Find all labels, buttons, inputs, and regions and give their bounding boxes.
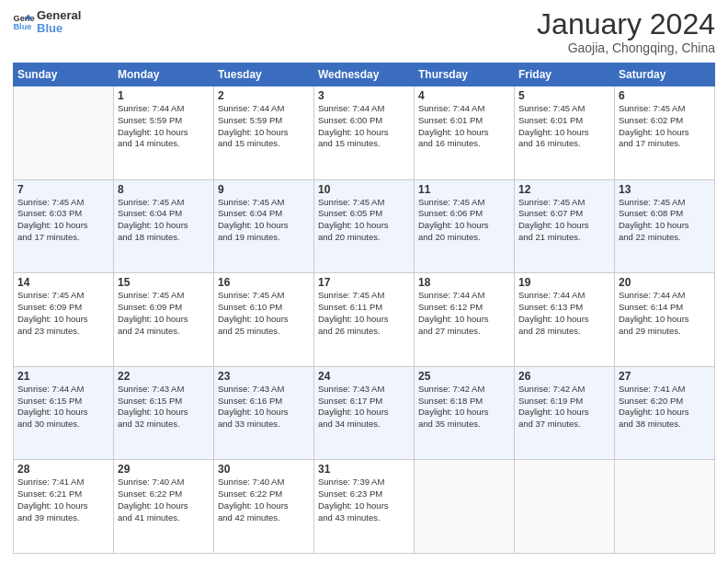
day-info: Sunrise: 7:44 AM Sunset: 6:01 PM Dayligh… bbox=[418, 103, 510, 150]
day-cell: 7Sunrise: 7:45 AM Sunset: 6:03 PM Daylig… bbox=[14, 179, 114, 273]
day-cell: 26Sunrise: 7:42 AM Sunset: 6:19 PM Dayli… bbox=[515, 366, 615, 460]
day-cell: 11Sunrise: 7:45 AM Sunset: 6:06 PM Dayli… bbox=[415, 179, 515, 273]
day-cell: 24Sunrise: 7:43 AM Sunset: 6:17 PM Dayli… bbox=[314, 366, 415, 460]
day-info: Sunrise: 7:45 AM Sunset: 6:04 PM Dayligh… bbox=[118, 197, 210, 244]
day-number: 16 bbox=[218, 276, 310, 289]
logo-icon: General Blue bbox=[13, 13, 35, 31]
logo-line2: Blue bbox=[37, 22, 81, 35]
day-number: 28 bbox=[17, 463, 109, 476]
header-row: SundayMondayTuesdayWednesdayThursdayFrid… bbox=[14, 63, 715, 86]
day-info: Sunrise: 7:45 AM Sunset: 6:06 PM Dayligh… bbox=[418, 197, 510, 244]
day-info: Sunrise: 7:39 AM Sunset: 6:23 PM Dayligh… bbox=[318, 477, 410, 523]
day-cell: 16Sunrise: 7:45 AM Sunset: 6:10 PM Dayli… bbox=[214, 273, 314, 367]
day-info: Sunrise: 7:43 AM Sunset: 6:17 PM Dayligh… bbox=[318, 384, 410, 431]
day-number: 19 bbox=[518, 276, 610, 289]
day-number: 17 bbox=[318, 276, 410, 289]
day-cell bbox=[14, 86, 114, 180]
day-cell: 5Sunrise: 7:45 AM Sunset: 6:01 PM Daylig… bbox=[515, 86, 615, 180]
day-info: Sunrise: 7:44 AM Sunset: 6:13 PM Dayligh… bbox=[518, 290, 610, 337]
day-info: Sunrise: 7:42 AM Sunset: 6:18 PM Dayligh… bbox=[418, 384, 510, 431]
day-cell: 3Sunrise: 7:44 AM Sunset: 6:00 PM Daylig… bbox=[314, 86, 415, 180]
day-info: Sunrise: 7:43 AM Sunset: 6:15 PM Dayligh… bbox=[118, 384, 210, 431]
week-row-3: 14Sunrise: 7:45 AM Sunset: 6:09 PM Dayli… bbox=[14, 273, 715, 367]
header-tuesday: Tuesday bbox=[214, 63, 314, 86]
svg-text:Blue: Blue bbox=[13, 23, 31, 32]
day-info: Sunrise: 7:45 AM Sunset: 6:01 PM Dayligh… bbox=[518, 103, 610, 150]
day-cell: 8Sunrise: 7:45 AM Sunset: 6:04 PM Daylig… bbox=[114, 179, 214, 273]
day-number: 18 bbox=[418, 276, 510, 289]
day-number: 26 bbox=[518, 370, 610, 383]
day-number: 14 bbox=[17, 276, 109, 289]
logo-line1: General bbox=[37, 9, 81, 22]
day-number: 12 bbox=[518, 183, 610, 196]
day-cell: 6Sunrise: 7:45 AM Sunset: 6:02 PM Daylig… bbox=[615, 86, 715, 180]
day-info: Sunrise: 7:41 AM Sunset: 6:20 PM Dayligh… bbox=[619, 384, 711, 431]
day-cell: 31Sunrise: 7:39 AM Sunset: 6:23 PM Dayli… bbox=[314, 460, 415, 554]
day-cell: 12Sunrise: 7:45 AM Sunset: 6:07 PM Dayli… bbox=[515, 179, 615, 273]
calendar-table: SundayMondayTuesdayWednesdayThursdayFrid… bbox=[13, 63, 715, 554]
calendar-subtitle: Gaojia, Chongqing, China bbox=[537, 40, 715, 55]
day-cell: 23Sunrise: 7:43 AM Sunset: 6:16 PM Dayli… bbox=[214, 366, 314, 460]
week-row-2: 7Sunrise: 7:45 AM Sunset: 6:03 PM Daylig… bbox=[14, 179, 715, 273]
week-row-1: 1Sunrise: 7:44 AM Sunset: 5:59 PM Daylig… bbox=[14, 86, 715, 180]
header-sunday: Sunday bbox=[14, 63, 114, 86]
day-number: 21 bbox=[17, 370, 109, 383]
header-thursday: Thursday bbox=[415, 63, 515, 86]
day-number: 31 bbox=[318, 463, 410, 476]
day-info: Sunrise: 7:45 AM Sunset: 6:10 PM Dayligh… bbox=[218, 290, 310, 337]
day-info: Sunrise: 7:44 AM Sunset: 6:15 PM Dayligh… bbox=[17, 384, 109, 431]
day-info: Sunrise: 7:45 AM Sunset: 6:07 PM Dayligh… bbox=[518, 197, 610, 244]
week-row-4: 21Sunrise: 7:44 AM Sunset: 6:15 PM Dayli… bbox=[14, 366, 715, 460]
day-number: 30 bbox=[218, 463, 310, 476]
day-info: Sunrise: 7:45 AM Sunset: 6:11 PM Dayligh… bbox=[318, 290, 410, 337]
day-info: Sunrise: 7:43 AM Sunset: 6:16 PM Dayligh… bbox=[218, 384, 310, 431]
day-cell: 1Sunrise: 7:44 AM Sunset: 5:59 PM Daylig… bbox=[114, 86, 214, 180]
day-number: 9 bbox=[218, 183, 310, 196]
logo: General Blue General Blue bbox=[13, 9, 81, 36]
day-cell: 21Sunrise: 7:44 AM Sunset: 6:15 PM Dayli… bbox=[14, 366, 114, 460]
day-cell: 9Sunrise: 7:45 AM Sunset: 6:04 PM Daylig… bbox=[214, 179, 314, 273]
header: General Blue General Blue January 2024 G… bbox=[13, 9, 715, 55]
day-cell: 17Sunrise: 7:45 AM Sunset: 6:11 PM Dayli… bbox=[314, 273, 415, 367]
day-info: Sunrise: 7:45 AM Sunset: 6:04 PM Dayligh… bbox=[218, 197, 310, 244]
day-cell: 10Sunrise: 7:45 AM Sunset: 6:05 PM Dayli… bbox=[314, 179, 415, 273]
day-number: 2 bbox=[218, 89, 310, 102]
day-cell: 2Sunrise: 7:44 AM Sunset: 5:59 PM Daylig… bbox=[214, 86, 314, 180]
day-info: Sunrise: 7:45 AM Sunset: 6:05 PM Dayligh… bbox=[318, 197, 410, 244]
day-number: 25 bbox=[418, 370, 510, 383]
day-number: 13 bbox=[619, 183, 711, 196]
day-cell bbox=[415, 460, 515, 554]
header-friday: Friday bbox=[515, 63, 615, 86]
day-info: Sunrise: 7:45 AM Sunset: 6:09 PM Dayligh… bbox=[17, 290, 109, 337]
day-number: 29 bbox=[118, 463, 210, 476]
day-info: Sunrise: 7:40 AM Sunset: 6:22 PM Dayligh… bbox=[118, 477, 210, 523]
day-number: 8 bbox=[118, 183, 210, 196]
day-info: Sunrise: 7:44 AM Sunset: 6:00 PM Dayligh… bbox=[318, 103, 410, 150]
day-number: 27 bbox=[619, 370, 711, 383]
title-section: January 2024 Gaojia, Chongqing, China bbox=[537, 9, 715, 55]
calendar-title: January 2024 bbox=[537, 9, 715, 39]
day-cell: 13Sunrise: 7:45 AM Sunset: 6:08 PM Dayli… bbox=[615, 179, 715, 273]
day-number: 20 bbox=[619, 276, 711, 289]
day-number: 5 bbox=[518, 89, 610, 102]
day-info: Sunrise: 7:45 AM Sunset: 6:03 PM Dayligh… bbox=[17, 197, 109, 244]
day-number: 23 bbox=[218, 370, 310, 383]
day-info: Sunrise: 7:42 AM Sunset: 6:19 PM Dayligh… bbox=[518, 384, 610, 431]
day-info: Sunrise: 7:45 AM Sunset: 6:02 PM Dayligh… bbox=[619, 103, 711, 150]
day-info: Sunrise: 7:41 AM Sunset: 6:21 PM Dayligh… bbox=[17, 477, 109, 523]
day-cell: 14Sunrise: 7:45 AM Sunset: 6:09 PM Dayli… bbox=[14, 273, 114, 367]
day-info: Sunrise: 7:45 AM Sunset: 6:08 PM Dayligh… bbox=[619, 197, 711, 244]
day-info: Sunrise: 7:44 AM Sunset: 6:12 PM Dayligh… bbox=[418, 290, 510, 337]
header-monday: Monday bbox=[114, 63, 214, 86]
day-info: Sunrise: 7:44 AM Sunset: 5:59 PM Dayligh… bbox=[218, 103, 310, 150]
day-cell: 22Sunrise: 7:43 AM Sunset: 6:15 PM Dayli… bbox=[114, 366, 214, 460]
day-number: 24 bbox=[318, 370, 410, 383]
day-cell: 30Sunrise: 7:40 AM Sunset: 6:22 PM Dayli… bbox=[214, 460, 314, 554]
day-cell: 4Sunrise: 7:44 AM Sunset: 6:01 PM Daylig… bbox=[415, 86, 515, 180]
day-info: Sunrise: 7:45 AM Sunset: 6:09 PM Dayligh… bbox=[118, 290, 210, 337]
calendar-page: General Blue General Blue January 2024 G… bbox=[0, 0, 728, 563]
day-cell bbox=[615, 460, 715, 554]
day-info: Sunrise: 7:40 AM Sunset: 6:22 PM Dayligh… bbox=[218, 477, 310, 523]
day-info: Sunrise: 7:44 AM Sunset: 6:14 PM Dayligh… bbox=[619, 290, 711, 337]
day-cell: 28Sunrise: 7:41 AM Sunset: 6:21 PM Dayli… bbox=[14, 460, 114, 554]
